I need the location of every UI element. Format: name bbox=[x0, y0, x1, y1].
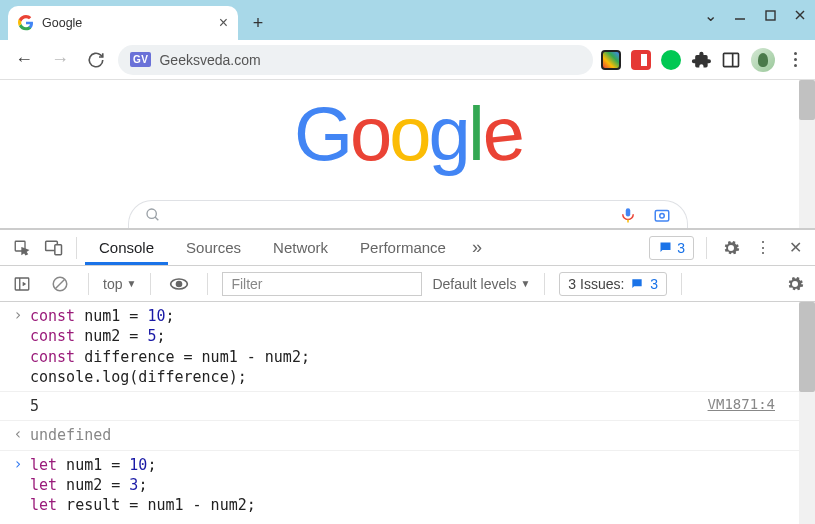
log-levels-selector[interactable]: Default levels ▼ bbox=[432, 276, 530, 292]
svg-rect-1 bbox=[766, 11, 775, 20]
console-settings-icon[interactable] bbox=[783, 272, 807, 296]
tab-console[interactable]: Console bbox=[85, 231, 168, 265]
input-chevron-icon: › bbox=[6, 455, 30, 516]
profile-avatar[interactable] bbox=[751, 48, 775, 72]
device-toggle-icon[interactable] bbox=[40, 234, 68, 262]
svg-line-18 bbox=[56, 279, 65, 288]
console-log-row: 5 VM1871:4 bbox=[0, 392, 815, 421]
svg-rect-8 bbox=[625, 208, 630, 216]
tab-sources[interactable]: Sources bbox=[172, 231, 255, 264]
page-content: Google bbox=[0, 80, 815, 228]
svg-rect-4 bbox=[724, 53, 739, 66]
svg-rect-14 bbox=[55, 244, 62, 254]
voice-search-icon[interactable] bbox=[619, 206, 637, 224]
devtools-menu-icon[interactable]: ⋮ bbox=[751, 236, 775, 260]
settings-icon[interactable] bbox=[719, 236, 743, 260]
clear-console-icon[interactable] bbox=[46, 270, 74, 298]
new-tab-button[interactable]: + bbox=[244, 9, 272, 37]
browser-toolbar: ← → GV Geeksveda.com bbox=[0, 40, 815, 80]
address-bar[interactable]: GV Geeksveda.com bbox=[118, 45, 593, 75]
console-sidebar-toggle-icon[interactable] bbox=[8, 270, 36, 298]
search-tabs-icon[interactable]: ⌄ bbox=[701, 6, 719, 24]
browser-menu-icon[interactable] bbox=[785, 52, 805, 67]
close-tab-icon[interactable]: × bbox=[219, 14, 228, 32]
filter-input[interactable] bbox=[222, 272, 422, 296]
log-value: 5 bbox=[30, 396, 708, 416]
input-chevron-icon: › bbox=[6, 306, 30, 387]
extension-icons bbox=[601, 48, 805, 72]
output-chevron-icon: ‹ bbox=[6, 425, 30, 445]
svg-point-11 bbox=[659, 213, 664, 218]
code-block: let num1 = 10; let num2 = 3; let result … bbox=[30, 455, 795, 516]
browser-titlebar: Google × + ⌄ bbox=[0, 0, 815, 40]
messages-badge[interactable]: 3 bbox=[649, 236, 694, 260]
extension-1-icon[interactable] bbox=[601, 50, 621, 70]
search-box[interactable] bbox=[128, 200, 688, 228]
console-output[interactable]: › const num1 = 10; const num2 = 5; const… bbox=[0, 302, 815, 524]
svg-point-20 bbox=[177, 281, 182, 286]
page-scrollbar[interactable] bbox=[799, 80, 815, 228]
google-logo: Google bbox=[0, 80, 815, 177]
sidepanel-icon[interactable] bbox=[721, 50, 741, 70]
extensions-menu-icon[interactable] bbox=[691, 50, 711, 70]
image-search-icon[interactable] bbox=[653, 206, 671, 224]
devtools-tabbar: Console Sources Network Performance » 3 … bbox=[0, 230, 815, 266]
devtools-close-icon[interactable]: ✕ bbox=[783, 236, 807, 260]
svg-rect-10 bbox=[655, 210, 669, 221]
context-selector[interactable]: top ▼ bbox=[103, 276, 136, 292]
search-icon bbox=[145, 207, 161, 223]
extension-3-icon[interactable] bbox=[661, 50, 681, 70]
address-text: Geeksveda.com bbox=[159, 52, 260, 68]
console-return-row: ‹ undefined bbox=[0, 421, 815, 450]
window-controls: ⌄ bbox=[701, 6, 809, 24]
close-window-button[interactable] bbox=[791, 6, 809, 24]
inspect-element-icon[interactable] bbox=[8, 234, 36, 262]
more-tabs-icon[interactable]: » bbox=[464, 237, 490, 258]
tab-title: Google bbox=[42, 16, 82, 30]
log-source-link[interactable]: VM1871:4 bbox=[708, 396, 795, 416]
issues-button[interactable]: 3 Issues: 3 bbox=[559, 272, 667, 296]
browser-tab[interactable]: Google × bbox=[8, 6, 238, 40]
console-input-block: › let num1 = 10; let num2 = 3; let resul… bbox=[0, 451, 815, 520]
console-input-block: › const num1 = 10; const num2 = 5; const… bbox=[0, 302, 815, 392]
site-badge: GV bbox=[130, 52, 151, 67]
google-favicon bbox=[18, 15, 34, 31]
minimize-button[interactable] bbox=[731, 6, 749, 24]
svg-line-7 bbox=[155, 217, 158, 220]
live-expression-icon[interactable] bbox=[165, 270, 193, 298]
svg-rect-15 bbox=[15, 278, 29, 290]
console-toolbar: top ▼ Default levels ▼ 3 Issues: 3 bbox=[0, 266, 815, 302]
tab-network[interactable]: Network bbox=[259, 231, 342, 264]
console-scrollbar[interactable] bbox=[799, 302, 815, 524]
return-value: undefined bbox=[30, 425, 795, 445]
code-block: const num1 = 10; const num2 = 5; const d… bbox=[30, 306, 795, 387]
tab-performance[interactable]: Performance bbox=[346, 231, 460, 264]
back-button[interactable]: ← bbox=[10, 46, 38, 74]
maximize-button[interactable] bbox=[761, 6, 779, 24]
svg-point-6 bbox=[147, 209, 156, 218]
forward-button[interactable]: → bbox=[46, 46, 74, 74]
extension-2-icon[interactable] bbox=[631, 50, 651, 70]
devtools-panel: Console Sources Network Performance » 3 … bbox=[0, 228, 815, 524]
reload-button[interactable] bbox=[82, 46, 110, 74]
